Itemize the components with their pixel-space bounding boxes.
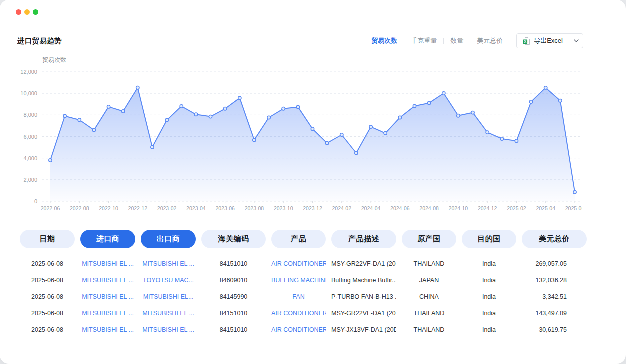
cell-description: MSY-GR22VF-DA1 (20...	[332, 260, 396, 268]
cell-product[interactable]: AIR CONDITIONER	[272, 326, 326, 334]
svg-text:2023-10: 2023-10	[274, 206, 294, 212]
cell-exporter[interactable]: MITSUBISHI EL ...	[141, 310, 196, 317]
table-row: 2025-06-08MITSUBISHI EL ...MITSUBISHI EL…	[20, 305, 587, 322]
cell-usd-total: 132,036.28	[522, 277, 587, 284]
svg-text:2023-06: 2023-06	[216, 206, 235, 212]
cell-destination-country: India	[462, 294, 516, 300]
svg-text:2022-06: 2022-06	[41, 206, 60, 212]
table-row: 2025-06-08MITSUBISHI EL ...MITSUBISHI EL…	[20, 322, 587, 338]
cell-destination-country: India	[462, 260, 516, 268]
svg-text:2025-02: 2025-02	[507, 206, 526, 212]
column-header-row: 日期 进口商 出口商 海关编码 产品 产品描述 原产国 目的国 美元总价	[20, 230, 587, 248]
svg-text:2024-08: 2024-08	[420, 206, 439, 212]
svg-text:2023-08: 2023-08	[245, 206, 264, 212]
svg-text:10,000: 10,000	[20, 90, 38, 96]
svg-text:2024-12: 2024-12	[478, 206, 498, 212]
svg-text:2023-02: 2023-02	[158, 206, 177, 212]
cell-destination-country: India	[462, 277, 516, 284]
svg-text:2024-06: 2024-06	[390, 206, 410, 212]
chevron-down-icon	[574, 40, 579, 42]
column-pill-hs-code[interactable]: 海关编码	[202, 230, 266, 248]
cell-hs-code: 84145990	[202, 294, 266, 300]
traffic-light-minimize[interactable]	[24, 10, 30, 15]
trend-chart-container: 贸易次数02,0004,0006,0008,00010,00012,000202…	[18, 54, 582, 219]
cell-exporter[interactable]: MITSUBISHI EL...	[141, 294, 196, 300]
cell-origin-country: THAILAND	[402, 326, 456, 334]
export-excel-main[interactable]: X 导出Excel	[517, 36, 569, 46]
tab-quantity[interactable]: 数量	[444, 34, 470, 48]
metric-tabs: 贸易次数 千克重量 数量 美元总价	[365, 34, 510, 48]
cell-importer[interactable]: MITSUBISHI EL ...	[80, 260, 136, 268]
cell-importer[interactable]: MITSUBISHI EL ...	[80, 294, 136, 300]
table-body: 2025-06-08MITSUBISHI EL ...MITSUBISHI EL…	[20, 256, 587, 338]
svg-text:2022-08: 2022-08	[70, 206, 90, 212]
cell-hs-code: 84151010	[202, 310, 266, 317]
cell-hs-code: 84151010	[202, 260, 266, 268]
column-pill-description[interactable]: 产品描述	[332, 230, 396, 248]
svg-text:2023-12: 2023-12	[303, 206, 322, 212]
svg-text:2025-04: 2025-04	[536, 206, 556, 212]
cell-exporter[interactable]: MITSUBISHI EL ...	[141, 260, 196, 268]
export-dropdown-toggle[interactable]	[569, 34, 583, 48]
cell-usd-total: 143,497.09	[522, 310, 587, 317]
cell-origin-country: CHINA	[402, 294, 456, 300]
cell-description: Buffing Machine Buffir...	[332, 277, 396, 284]
cell-importer[interactable]: MITSUBISHI EL ...	[80, 326, 136, 334]
cell-description: MSY-JX13VF-DA1 (20D...	[332, 326, 396, 334]
tab-kg-weight[interactable]: 千克重量	[404, 34, 444, 48]
export-excel-button[interactable]: X 导出Excel	[516, 34, 584, 48]
cell-origin-country: JAPAN	[402, 277, 456, 284]
page-title: 进口贸易趋势	[18, 36, 62, 46]
cell-usd-total: 30,619.75	[522, 326, 587, 334]
column-pill-destination[interactable]: 目的国	[462, 230, 516, 248]
export-excel-label: 导出Excel	[534, 36, 563, 46]
svg-text:X: X	[524, 40, 526, 44]
svg-text:2023-04: 2023-04	[186, 206, 206, 212]
cell-importer[interactable]: MITSUBISHI EL ...	[80, 277, 136, 284]
trend-area-chart: 贸易次数02,0004,0006,0008,00010,00012,000202…	[18, 54, 582, 219]
tab-trade-count[interactable]: 贸易次数	[365, 34, 404, 48]
column-pill-origin[interactable]: 原产国	[402, 230, 456, 248]
column-pill-date[interactable]: 日期	[20, 230, 75, 248]
app-window: 进口贸易趋势 贸易次数 千克重量 数量 美元总价 X	[0, 0, 626, 364]
window-controls	[16, 10, 38, 15]
cell-exporter[interactable]: MITSUBISHI EL ...	[141, 326, 196, 334]
cell-date: 2025-06-08	[20, 277, 75, 284]
table-row: 2025-06-08MITSUBISHI EL ...MITSUBISHI EL…	[20, 256, 587, 272]
traffic-light-zoom[interactable]	[33, 10, 38, 15]
cell-product[interactable]: AIR CONDITIONER	[272, 310, 326, 317]
tab-usd-total[interactable]: 美元总价	[470, 34, 510, 48]
cell-product[interactable]: AIR CONDITIONER	[272, 260, 326, 268]
svg-text:2025-06: 2025-06	[566, 206, 582, 212]
cell-usd-total: 269,057.05	[522, 260, 587, 268]
cell-product[interactable]: FAN	[272, 294, 326, 300]
traffic-light-close[interactable]	[16, 10, 22, 15]
cell-exporter[interactable]: TOYOTSU MAC...	[141, 277, 196, 284]
cell-product[interactable]: BUFFING MACHINE	[272, 277, 326, 284]
column-pill-importer[interactable]: 进口商	[80, 230, 136, 248]
svg-text:8,000: 8,000	[24, 112, 38, 118]
cell-date: 2025-06-08	[20, 260, 75, 268]
cell-origin-country: THAILAND	[402, 310, 456, 317]
cell-destination-country: India	[462, 326, 516, 334]
cell-description: MSY-GR22VF-DA1 (20...	[332, 310, 396, 317]
panel-header: 进口贸易趋势 贸易次数 千克重量 数量 美元总价 X	[18, 33, 584, 49]
cell-usd-total: 3,342.51	[522, 294, 587, 300]
svg-text:2024-04: 2024-04	[362, 206, 381, 212]
svg-text:6,000: 6,000	[24, 134, 38, 140]
svg-text:贸易次数: 贸易次数	[42, 56, 66, 64]
cell-hs-code: 84609010	[202, 277, 266, 284]
cell-date: 2025-06-08	[20, 294, 75, 300]
svg-text:2024-10: 2024-10	[449, 206, 468, 212]
svg-text:0: 0	[34, 198, 38, 204]
svg-text:12,000: 12,000	[20, 69, 38, 75]
column-pill-product[interactable]: 产品	[272, 230, 326, 248]
cell-importer[interactable]: MITSUBISHI EL ...	[80, 310, 136, 317]
table-row: 2025-06-08MITSUBISHI EL ...TOYOTSU MAC..…	[20, 272, 587, 288]
column-pill-usd-total[interactable]: 美元总价	[522, 230, 587, 248]
cell-date: 2025-06-08	[20, 310, 75, 317]
svg-text:4,000: 4,000	[24, 156, 38, 162]
svg-text:2024-02: 2024-02	[332, 206, 352, 212]
svg-text:2022-12: 2022-12	[128, 206, 148, 212]
column-pill-exporter[interactable]: 出口商	[141, 230, 196, 248]
